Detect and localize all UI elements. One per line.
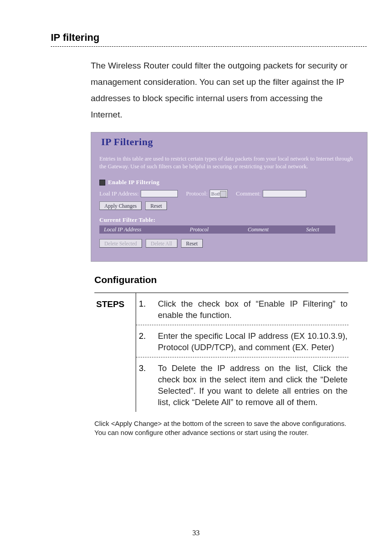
screenshot-heading: IP Filtering — [101, 136, 361, 148]
step-text: To Delete the IP address on the list, Cl… — [158, 363, 348, 408]
delete-all-button[interactable]: Delete All — [146, 239, 177, 248]
th-ip: Local IP Address — [99, 226, 172, 233]
th-select: Select — [290, 226, 335, 233]
step-row: 3. To Delete the IP address on the list,… — [136, 357, 348, 412]
page-number: 33 — [0, 529, 392, 537]
footnote: Click <Apply Change> at the bottom of th… — [94, 419, 348, 438]
filter-table-title: Current Filter Table: — [99, 216, 361, 224]
section-title: IP filtering — [51, 32, 367, 47]
step-text: Click the check box of “Enable IP Filter… — [158, 298, 348, 321]
ip-address-label: Loal IP Address: — [99, 190, 139, 197]
delete-selected-button[interactable]: Delete Selected — [99, 239, 142, 248]
screenshot-description: Entries in this table are used to restri… — [99, 155, 361, 171]
filter-table-header: Local IP Address Protocol Comment Select — [99, 225, 335, 234]
step-number: 3. — [139, 363, 150, 408]
comment-label: Comment: — [236, 190, 261, 197]
intro-paragraph: The Wireless Router could filter the out… — [91, 58, 356, 123]
reset-button-2[interactable]: Reset — [181, 239, 203, 248]
step-text: Enter the specific Local IP address (EX … — [158, 331, 348, 353]
router-screenshot: IP Filtering Entries in this table are u… — [91, 132, 368, 262]
reset-button[interactable]: Reset — [145, 201, 167, 210]
enable-label: Enable IP Filtering — [108, 179, 160, 186]
steps-table: STEPS 1. Click the check box of “Enable … — [94, 293, 348, 412]
ip-address-input[interactable] — [141, 190, 178, 197]
configuration-heading: Configuration — [94, 274, 348, 286]
comment-input[interactable] — [263, 190, 306, 197]
step-number: 1. — [139, 298, 150, 321]
apply-changes-button[interactable]: Apply Changes — [99, 201, 142, 210]
steps-column-label: STEPS — [94, 293, 136, 412]
enable-checkbox[interactable] — [99, 180, 105, 186]
th-protocol: Protocol — [172, 226, 226, 233]
protocol-select[interactable]: Both — [210, 190, 228, 198]
steps-list: 1. Click the check box of “Enable IP Fil… — [136, 293, 348, 412]
th-comment: Comment — [226, 226, 290, 233]
step-row: 1. Click the check box of “Enable IP Fil… — [136, 293, 348, 325]
protocol-label: Protocol: — [186, 190, 208, 197]
step-row: 2. Enter the specific Local IP address (… — [136, 325, 348, 357]
step-number: 2. — [139, 331, 150, 353]
